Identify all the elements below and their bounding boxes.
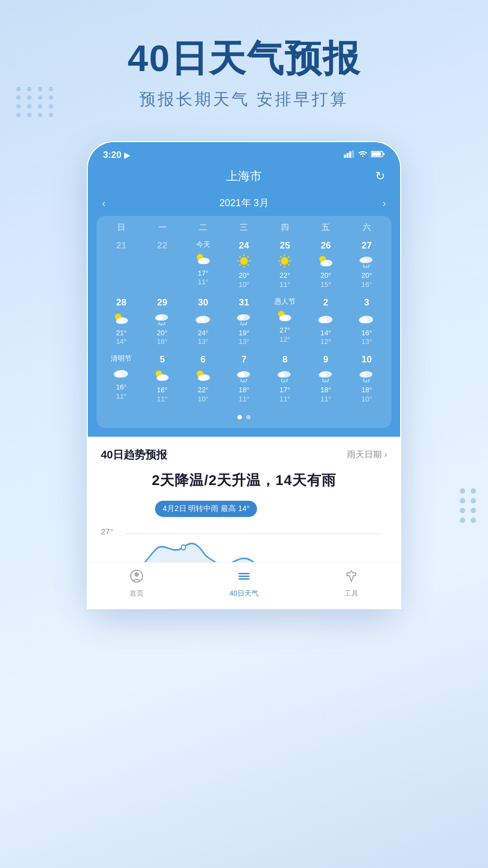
calendar-cell[interactable]: 今天17°11° <box>183 238 223 292</box>
calendar-cell[interactable]: 清明节16°11° <box>101 352 142 406</box>
temp-low: 15° <box>320 280 331 290</box>
weather-icon <box>358 254 375 270</box>
svg-line-34 <box>366 266 367 268</box>
cal-date: 21 <box>116 240 126 251</box>
svg-line-74 <box>241 379 241 381</box>
calendar-row: 2821°14°2920°16°3024°13°3119°13°愚人节27°12… <box>101 295 387 349</box>
calendar-cell[interactable]: 22 <box>142 238 182 292</box>
weather-icon <box>113 311 130 328</box>
weather-icon <box>276 254 293 270</box>
temp-low: 11° <box>320 395 331 404</box>
weather-icon <box>358 368 375 385</box>
svg-line-82 <box>284 380 285 382</box>
svg-line-81 <box>281 379 282 381</box>
calendar-cell[interactable]: 3119°13° <box>223 295 264 349</box>
calendar-cell[interactable]: 2420°10° <box>223 238 264 292</box>
calendar-cell[interactable]: 21 <box>101 238 142 292</box>
calendar-cell[interactable]: 2920°16° <box>142 295 182 349</box>
cal-date: 6 <box>201 354 206 365</box>
cal-date: 2 <box>323 297 328 308</box>
status-bar: 3:20 ▶ <box>88 142 400 165</box>
temp-low: 13° <box>361 337 372 347</box>
svg-line-55 <box>242 324 242 326</box>
weather-icon <box>276 368 293 385</box>
calendar-cell[interactable]: 718°11° <box>223 352 264 406</box>
svg-point-59 <box>279 316 287 321</box>
svg-point-30 <box>320 261 328 266</box>
svg-line-45 <box>164 322 165 324</box>
svg-point-63 <box>359 317 368 323</box>
calendar-cell[interactable]: 3024°13° <box>183 295 223 349</box>
nav-item-首页[interactable]: 首页 <box>130 569 144 598</box>
calendar-cell[interactable]: 2821°14° <box>101 295 142 349</box>
hero-section: 40日天气预报 预报长期天气 安排早打算 <box>0 0 488 111</box>
svg-rect-5 <box>372 152 381 156</box>
calendar-cell[interactable]: 2720°16° <box>346 238 387 292</box>
temp-low: 11° <box>116 392 127 401</box>
weekday-header: 三 <box>223 222 264 233</box>
forecast-title: 40日趋势预报 <box>101 448 167 462</box>
cal-date: 愚人节 <box>274 297 296 306</box>
svg-line-36 <box>364 267 365 268</box>
city-name: 上海市 <box>226 168 262 184</box>
weekday-header: 五 <box>305 222 346 233</box>
temp-high: 14° <box>320 329 331 338</box>
svg-line-91 <box>324 381 324 382</box>
weekday-header: 一 <box>142 222 182 233</box>
nav-label: 40日天气 <box>229 589 258 598</box>
svg-line-25 <box>280 257 281 258</box>
svg-line-47 <box>163 324 164 326</box>
prev-month-button[interactable]: ‹ <box>102 197 106 209</box>
next-month-button[interactable]: › <box>382 197 386 209</box>
calendar-section: ‹ 2021年 3月 › 日一二三四五六 2122今天17°11°2420°10… <box>88 192 400 437</box>
svg-rect-2 <box>349 151 351 158</box>
weekday-header: 日 <box>101 222 142 233</box>
svg-line-90 <box>328 379 329 381</box>
temp-high: 16° <box>361 329 372 338</box>
page-dot-2 <box>246 415 251 419</box>
temp-high: 19° <box>239 329 249 338</box>
rain-date-link[interactable]: 雨天日期 › <box>347 449 387 461</box>
weather-icon <box>195 368 212 385</box>
month-title: 2021年 3月 <box>219 196 268 209</box>
calendar-cell[interactable]: 愚人节27°12° <box>265 295 305 349</box>
nav-item-40日天气[interactable]: 40日天气 <box>229 569 258 598</box>
nav-item-工具[interactable]: 工具 <box>344 569 358 598</box>
calendar-cell[interactable]: 622°10° <box>183 352 223 406</box>
temp-low: 12° <box>280 335 291 344</box>
svg-point-42 <box>155 315 163 321</box>
svg-line-46 <box>160 324 160 326</box>
temp-low: 11° <box>157 395 168 404</box>
temp-high: 16° <box>116 383 127 392</box>
svg-line-53 <box>243 323 244 326</box>
cal-date: 29 <box>157 297 168 308</box>
temp-high: 20° <box>157 329 168 338</box>
temp-high: 24° <box>198 329 209 338</box>
refresh-icon[interactable]: ↻ <box>375 169 385 183</box>
svg-line-18 <box>247 257 248 258</box>
cal-date: 今天 <box>196 240 210 249</box>
week-headers: 日一二三四五六 <box>101 222 387 233</box>
cal-date: 清明节 <box>111 354 132 363</box>
calendar-cell[interactable]: 214°12° <box>305 295 346 349</box>
svg-line-85 <box>286 381 286 382</box>
svg-line-14 <box>239 265 240 266</box>
cal-date: 22 <box>157 240 168 251</box>
calendar-cell[interactable]: 918°11° <box>305 352 346 406</box>
calendar-cell[interactable]: 316°13° <box>346 295 387 349</box>
calendar-cell[interactable]: 1018°10° <box>346 352 387 406</box>
temp-high: 21° <box>116 329 127 338</box>
weather-icon <box>113 366 130 382</box>
svg-point-68 <box>157 375 164 381</box>
temp-high: 22° <box>280 271 291 280</box>
svg-point-65 <box>114 371 123 378</box>
calendar-cell[interactable]: 2522°11° <box>265 238 305 292</box>
temp-high: 18° <box>361 386 372 395</box>
temp-high: 16° <box>157 386 168 395</box>
calendar-cell[interactable]: 817°11° <box>265 352 305 406</box>
calendar-cell[interactable]: 2620°15° <box>305 238 346 292</box>
temp-low: 10° <box>198 395 209 404</box>
temp-low: 11° <box>280 280 291 290</box>
calendar-cell[interactable]: 516°11° <box>142 352 182 406</box>
cal-date: 8 <box>282 354 287 365</box>
